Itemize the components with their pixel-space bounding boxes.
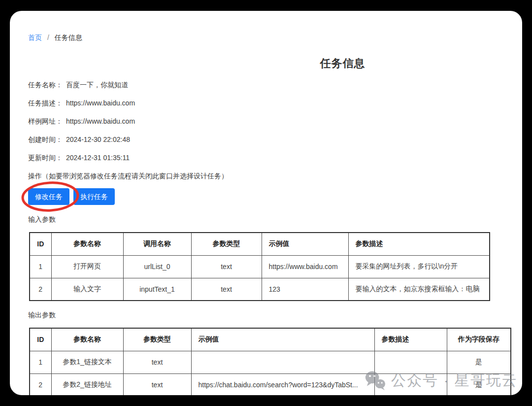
cell-save-as-field: 是 [447,373,511,395]
col-id: ID [30,328,51,351]
task-desc-value: https://www.baidu.com [66,99,135,107]
updated-time-value: 2024-12-31 01:35:11 [66,154,130,162]
table-row: 2 输入文字 inputText_1 text 123 要输入的文本，如京东搜索… [30,278,490,301]
operation-hint: 操作（如要带浏览器修改任务流程请关闭此窗口并选择设计任务） [28,172,509,180]
page-title: 任务信息 [102,56,522,71]
col-sample-value: 示例值 [191,328,374,351]
cell-sample-value [191,351,374,373]
cell-param-name: 打开网页 [51,255,123,278]
output-params-table: ID 参数名称 参数类型 示例值 参数描述 作为字段保存 1 参数1_链接文本 … [29,328,511,395]
output-params-title: 输出参数 [28,311,509,320]
col-sample-value: 示例值 [262,233,348,255]
cell-param-type: text [123,373,191,395]
updated-time-label: 更新时间： [28,154,63,162]
table-row: 2 参数2_链接地址 text https://chat.baidu.com/s… [30,373,511,395]
cell-param-type: text [123,351,191,373]
breadcrumb-separator: / [47,34,49,41]
breadcrumb: 首页 / 任务信息 [28,34,509,42]
cell-call-name: inputText_1 [123,278,191,301]
sample-url-value: https://www.baidu.com [66,117,135,125]
task-name-row: 任务名称：百度一下，你就知道 [28,81,509,89]
cell-id: 1 [30,255,51,278]
col-param-name: 参数名称 [51,233,123,255]
cell-param-type: text [191,278,262,301]
cell-id: 2 [30,278,51,301]
cell-param-desc: 要输入的文本，如京东搜索框输入：电脑 [348,278,490,301]
col-param-desc: 参数描述 [374,328,447,351]
sample-url-label: 样例网址： [28,117,63,125]
task-name-value: 百度一下，你就知道 [66,81,128,89]
cell-call-name: urlList_0 [123,255,191,278]
created-time-label: 创建时间： [28,135,63,143]
cell-param-desc: 要采集的网址列表，多行以\n分开 [348,255,490,278]
input-params-table: ID 参数名称 调用名称 参数类型 示例值 参数描述 1 打开网页 urlLis… [29,232,490,301]
table-row: 1 打开网页 urlList_0 text https://www.baidu.… [30,255,490,278]
col-param-desc: 参数描述 [348,233,490,255]
table-row: 1 参数1_链接文本 text 是 [30,351,511,373]
window-content: 首页 / 任务信息 任务信息 任务名称：百度一下，你就知道 任务描述：https… [10,11,522,395]
input-header-row: ID 参数名称 调用名称 参数类型 示例值 参数描述 [30,233,490,255]
cell-param-name: 参数1_链接文本 [51,351,123,373]
cell-sample-value: https://www.baidu.com [262,255,348,278]
modify-task-button[interactable]: 修改任务 [28,188,69,205]
col-id: ID [30,233,51,255]
col-param-name: 参数名称 [51,328,123,351]
cell-sample-value: 123 [262,278,348,301]
cell-param-desc [374,373,447,395]
task-desc-row: 任务描述：https://www.baidu.com [28,99,509,107]
col-save-as-field: 作为字段保存 [447,328,511,351]
output-header-row: ID 参数名称 参数类型 示例值 参数描述 作为字段保存 [30,328,511,351]
col-call-name: 调用名称 [123,233,191,255]
task-info-window: 首页 / 任务信息 任务信息 任务名称：百度一下，你就知道 任务描述：https… [10,11,522,395]
action-buttons: 修改任务 执行任务 [28,188,509,205]
cell-param-type: text [191,255,262,278]
sample-url-row: 样例网址：https://www.baidu.com [28,117,509,125]
updated-time-row: 更新时间：2024-12-31 01:35:11 [28,154,509,162]
breadcrumb-home-link[interactable]: 首页 [28,34,42,41]
cell-param-name: 输入文字 [51,278,123,301]
col-param-type: 参数类型 [191,233,262,255]
input-params-title: 输入参数 [28,215,509,224]
created-time-value: 2024-12-30 22:02:48 [66,135,130,143]
breadcrumb-current: 任务信息 [55,34,82,41]
cell-id: 1 [30,351,51,373]
col-param-type: 参数类型 [123,328,191,351]
task-name-label: 任务名称： [28,81,63,89]
execute-task-button[interactable]: 执行任务 [73,188,115,205]
cell-id: 2 [30,373,51,395]
cell-param-desc [374,351,447,373]
created-time-row: 创建时间：2024-12-30 22:02:48 [28,135,509,143]
cell-sample-value: https://chat.baidu.com/search?word=123&d… [191,373,374,395]
cell-param-name: 参数2_链接地址 [51,373,123,395]
task-desc-label: 任务描述： [28,99,63,107]
cell-save-as-field: 是 [447,351,511,373]
